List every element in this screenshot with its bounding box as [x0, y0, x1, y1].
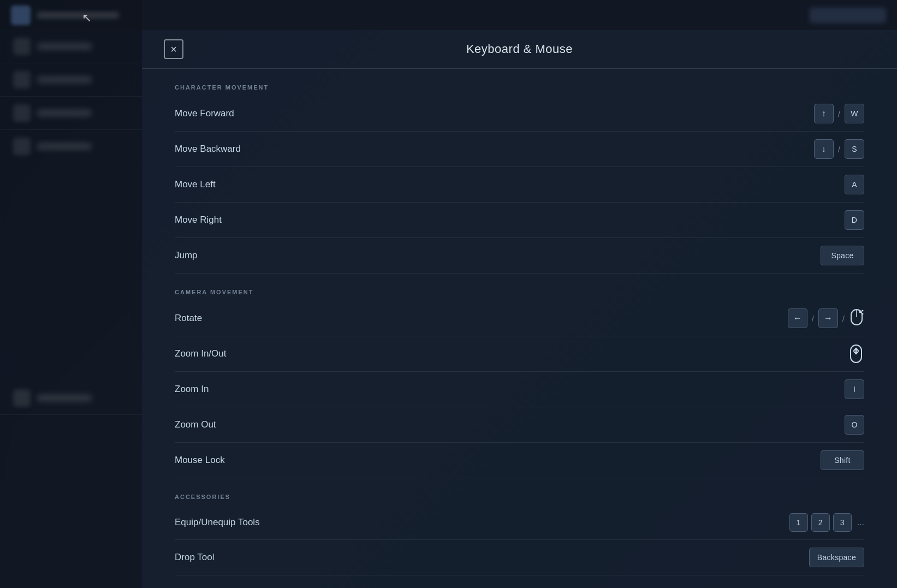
- key-ellipsis: ...: [857, 518, 864, 527]
- close-icon: ×: [170, 43, 177, 56]
- sidebar-item: [0, 97, 142, 130]
- binding-keys-drop-tool: Backspace: [809, 548, 864, 567]
- svg-point-3: [862, 313, 864, 315]
- key-arrow[interactable]: ←: [788, 308, 807, 328]
- key-badge[interactable]: O: [845, 415, 864, 435]
- binding-label-move-right: Move Right: [175, 215, 222, 225]
- binding-label-equip-unequip: Equip/Unequip Tools: [175, 517, 260, 528]
- key-num[interactable]: 2: [811, 513, 830, 532]
- top-bar: [0, 0, 897, 30]
- binding-keys-move-right: D: [845, 210, 864, 230]
- binding-keys-rotate: ←/→/: [788, 308, 864, 328]
- binding-keys-jump: Space: [821, 246, 864, 265]
- key-separator: /: [842, 314, 845, 323]
- close-button[interactable]: ×: [164, 39, 183, 59]
- binding-row-zoom-in: Zoom InI: [175, 372, 864, 407]
- section-header-camera-movement: CAMERA MOVEMENT: [175, 274, 864, 301]
- modal-content: CHARACTER MOVEMENTMove Forward↑/WMove Ba…: [142, 69, 897, 588]
- binding-row-equip-unequip: Equip/Unequip Tools123...: [175, 506, 864, 540]
- key-arrow[interactable]: →: [818, 308, 838, 328]
- svg-point-2: [859, 311, 862, 313]
- binding-label-zoom-out: Zoom Out: [175, 419, 216, 430]
- sidebar-item: [0, 130, 142, 163]
- binding-keys-move-forward: ↑/W: [814, 104, 864, 123]
- top-bar-controls: [810, 8, 886, 23]
- app-title: [37, 12, 119, 19]
- binding-keys-move-left: A: [845, 175, 864, 194]
- binding-label-jump: Jump: [175, 250, 198, 261]
- binding-row-move-forward: Move Forward↑/W: [175, 96, 864, 132]
- key-badge[interactable]: A: [845, 175, 864, 194]
- binding-row-drop-tool: Drop ToolBackspace: [175, 540, 864, 575]
- sidebar-item-bottom: [0, 382, 142, 415]
- key-badge[interactable]: I: [845, 379, 864, 399]
- binding-row-move-backward: Move Backward↓/S: [175, 132, 864, 167]
- svg-point-4: [862, 310, 864, 312]
- binding-keys-zoom-inout: [848, 344, 864, 364]
- key-num[interactable]: 1: [789, 513, 808, 532]
- key-arrow[interactable]: ↑: [814, 104, 834, 123]
- key-wider[interactable]: Backspace: [809, 548, 864, 567]
- binding-row-mouse-lock: Mouse LockShift: [175, 443, 864, 478]
- modal-header: × Keyboard & Mouse: [142, 30, 897, 69]
- binding-row-zoom-inout: Zoom In/Out: [175, 336, 864, 372]
- binding-row-move-right: Move RightD: [175, 203, 864, 238]
- sidebar: [0, 0, 142, 588]
- mouse-cursor: ↖: [82, 11, 92, 25]
- key-separator: /: [838, 109, 840, 118]
- mouse-drag-icon: [849, 308, 864, 328]
- section-header-character-movement: CHARACTER MOVEMENT: [175, 69, 864, 96]
- key-badge[interactable]: S: [845, 139, 864, 159]
- binding-label-mouse-lock: Mouse Lock: [175, 455, 225, 466]
- binding-label-zoom-in: Zoom In: [175, 384, 209, 395]
- key-badge[interactable]: D: [845, 210, 864, 230]
- binding-label-drop-tool: Drop Tool: [175, 552, 214, 563]
- binding-label-move-forward: Move Forward: [175, 108, 234, 119]
- binding-row-move-left: Move LeftA: [175, 167, 864, 203]
- binding-row-rotate: Rotate←/→/: [175, 301, 864, 336]
- key-num[interactable]: 3: [833, 513, 852, 532]
- sidebar-item: [0, 30, 142, 63]
- key-arrow[interactable]: ↓: [814, 139, 834, 159]
- binding-row-zoom-out: Zoom OutO: [175, 407, 864, 443]
- mouse-scroll-icon: [848, 344, 864, 364]
- binding-label-rotate: Rotate: [175, 313, 202, 324]
- key-wide[interactable]: Space: [821, 246, 864, 265]
- binding-keys-move-backward: ↓/S: [814, 139, 864, 159]
- binding-label-move-backward: Move Backward: [175, 144, 241, 155]
- modal-title: Keyboard & Mouse: [466, 42, 573, 56]
- binding-row-jump: JumpSpace: [175, 238, 864, 274]
- keyboard-mouse-modal: × Keyboard & Mouse CHARACTER MOVEMENTMov…: [142, 0, 897, 588]
- binding-keys-zoom-in: I: [845, 379, 864, 399]
- binding-keys-zoom-out: O: [845, 415, 864, 435]
- binding-keys-equip-unequip: 123...: [789, 513, 864, 532]
- section-header-accessories: ACCESSORIES: [175, 478, 864, 506]
- key-badge[interactable]: W: [845, 104, 864, 123]
- key-separator: /: [838, 145, 840, 154]
- key-separator: /: [812, 314, 814, 323]
- app-icon: [11, 5, 31, 25]
- sidebar-item: [0, 63, 142, 97]
- key-wide[interactable]: Shift: [821, 450, 864, 470]
- binding-label-zoom-inout: Zoom In/Out: [175, 348, 226, 359]
- binding-label-move-left: Move Left: [175, 179, 216, 190]
- binding-keys-mouse-lock: Shift: [821, 450, 864, 470]
